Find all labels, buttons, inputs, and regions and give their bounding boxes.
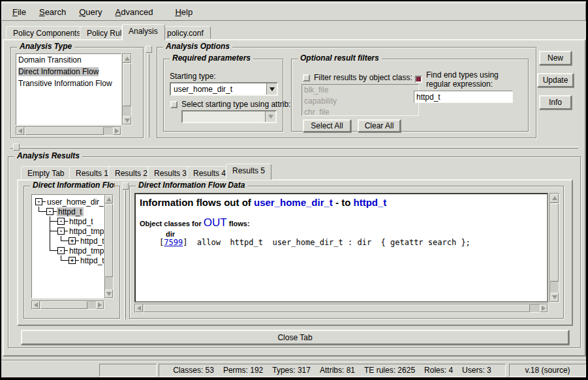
pane-sash-handle[interactable] <box>146 46 152 53</box>
tree-node-label[interactable]: httpd_tmp_t <box>68 227 104 236</box>
tree-hscrollbar[interactable] <box>31 300 104 310</box>
regex-endtypes-label[interactable]: Find end types using regular expression: <box>426 70 521 89</box>
stat-roles: Roles: 4 <box>424 366 453 375</box>
tab-policy-conf[interactable]: policy.conf <box>160 26 211 39</box>
starting-type-label: Starting type: <box>170 72 216 81</box>
tree-node[interactable]: + httpd_t <box>33 256 104 265</box>
data-vscrollbar[interactable] <box>549 193 559 302</box>
starting-type-combobox[interactable]: user_home_dir_t <box>170 82 278 96</box>
select-attrib-label[interactable]: Select starting type using attrib: <box>181 100 290 109</box>
starting-type-value: user_home_dir_t <box>171 85 266 94</box>
checkbox-select-attrib[interactable] <box>170 101 178 108</box>
pane-sash[interactable] <box>147 54 149 138</box>
scroll-down-icon[interactable] <box>105 289 113 298</box>
stat-classes: Classes: 53 <box>173 366 214 375</box>
tree-expander-icon[interactable]: - <box>57 227 65 235</box>
tree-node[interactable]: + httpd_t <box>33 236 104 246</box>
scroll-thumb[interactable] <box>105 204 113 277</box>
tree-node-label[interactable]: httpd_tmpfs_t <box>68 246 104 256</box>
tab-analysis[interactable]: Analysis <box>121 24 165 40</box>
data-hscrollbar[interactable] <box>134 304 548 313</box>
select-all-button[interactable]: Select All <box>303 119 351 132</box>
list-item-selected[interactable]: Direct Information Flow <box>16 66 121 78</box>
flow-data-text[interactable]: Information flows out of user_home_dir_t… <box>134 193 548 302</box>
checkbox-filter-by-class[interactable] <box>303 74 310 81</box>
scroll-up-icon[interactable] <box>123 54 131 63</box>
results-sash-handle[interactable] <box>13 143 20 151</box>
results-tab-empty[interactable]: Empty Tab <box>21 166 70 179</box>
tree-node-selected[interactable]: - httpd_t <box>33 207 104 216</box>
tree-expander-icon[interactable]: + <box>69 257 76 264</box>
scroll-down-icon[interactable] <box>550 293 559 302</box>
scroll-left-icon[interactable] <box>32 301 40 309</box>
tab-policy-components[interactable]: Policy Components <box>6 26 87 39</box>
tree-expander-icon[interactable]: + <box>69 237 76 244</box>
tree-vscrollbar[interactable] <box>104 194 114 299</box>
scroll-up-icon[interactable] <box>105 195 113 203</box>
scroll-right-icon[interactable] <box>113 127 121 135</box>
optional-filters-title: Optional result filters <box>298 53 382 63</box>
tree-node-label[interactable]: user_home_dir_t <box>46 197 104 207</box>
info-button[interactable]: Info <box>539 95 572 110</box>
filter-by-class-label[interactable]: Filter results by object class: <box>314 73 412 82</box>
checkbox-regex-endtypes[interactable] <box>415 76 422 83</box>
scroll-left-icon[interactable] <box>135 304 143 312</box>
tree-data-sash-handle[interactable] <box>122 183 129 190</box>
menu-item-help[interactable]: Help <box>168 5 199 20</box>
combo-arrow-icon <box>265 111 275 122</box>
analysis-type-hscrollbar[interactable] <box>16 126 121 136</box>
scroll-right-icon[interactable] <box>540 304 548 312</box>
scroll-thumb[interactable] <box>123 63 131 106</box>
scroll-thumb[interactable] <box>144 304 530 312</box>
stat-attribs: Attribs: 81 <box>320 366 355 375</box>
tree-expander-icon[interactable]: - <box>35 198 42 205</box>
list-item[interactable]: Transitive Information Flow <box>16 78 121 89</box>
menu-item-file[interactable]: File <box>6 5 33 20</box>
tree-node-label[interactable]: httpd_t <box>57 207 84 216</box>
apol-window: File Search Query Advanced Help Policy C… <box>0 0 588 380</box>
tree-expander-icon[interactable]: - <box>57 218 65 225</box>
flow-tree[interactable]: - user_home_dir_t - httpd_t - httpd_t - … <box>31 194 104 299</box>
tree-node-label[interactable]: httpd_t <box>79 237 104 246</box>
results-sash[interactable] <box>10 147 578 149</box>
analysis-type-title: Analysis Type <box>17 42 74 51</box>
flow-data-title: Direct Information Flow Data <box>136 181 247 190</box>
close-tab-button[interactable]: Close Tab <box>21 330 569 345</box>
tree-node-label[interactable]: httpd_t <box>79 256 104 265</box>
rule-link[interactable]: 7599 <box>164 238 183 247</box>
regex-input[interactable] <box>414 91 513 103</box>
scroll-thumb[interactable] <box>550 203 559 282</box>
statusbar-divider <box>1 360 586 361</box>
version-label: v.18 (source) <box>509 364 586 377</box>
scroll-down-icon[interactable] <box>123 116 131 124</box>
update-button[interactable]: Update <box>537 73 574 87</box>
tree-node[interactable]: - httpd_tmpfs_t <box>33 246 104 256</box>
combo-arrow-icon[interactable] <box>266 83 277 95</box>
object-class-list: blk_file capability chr_file <box>302 84 419 116</box>
tree-node[interactable]: - httpd_t <box>33 216 104 226</box>
tree-data-sash[interactable] <box>124 190 126 319</box>
menu-item-advanced[interactable]: Advanced <box>109 5 160 20</box>
tree-node[interactable]: - httpd_tmp_t <box>33 226 104 236</box>
menu-item-search[interactable]: Search <box>33 5 72 20</box>
analysis-type-list[interactable]: Domain Transition Direct Information Flo… <box>16 53 121 125</box>
scroll-thumb[interactable] <box>25 127 104 135</box>
menu-item-query[interactable]: Query <box>72 5 108 20</box>
scroll-right-icon[interactable] <box>96 301 104 309</box>
tree-node[interactable]: - user_home_dir_t <box>33 197 104 207</box>
results-tab-5[interactable]: Results 5 <box>226 164 271 180</box>
tree-expander-icon[interactable]: - <box>46 208 54 215</box>
tree-expander-icon[interactable]: - <box>57 247 65 254</box>
new-button[interactable]: New <box>539 51 572 65</box>
list-item[interactable]: Domain Transition <box>16 54 121 66</box>
clear-all-button[interactable]: Clear All <box>358 119 401 132</box>
scroll-thumb[interactable] <box>40 301 87 309</box>
scroll-up-icon[interactable] <box>550 194 559 203</box>
analysis-type-vscrollbar[interactable] <box>122 53 132 125</box>
stat-types: Types: 317 <box>272 366 311 375</box>
flow-heading: Information flows out of user_home_dir_t… <box>140 197 543 208</box>
status-empty-panel <box>99 364 157 377</box>
analysis-results-title: Analysis Results <box>14 151 82 160</box>
scroll-left-icon[interactable] <box>16 127 24 135</box>
tree-node-label[interactable]: httpd_t <box>68 217 95 226</box>
